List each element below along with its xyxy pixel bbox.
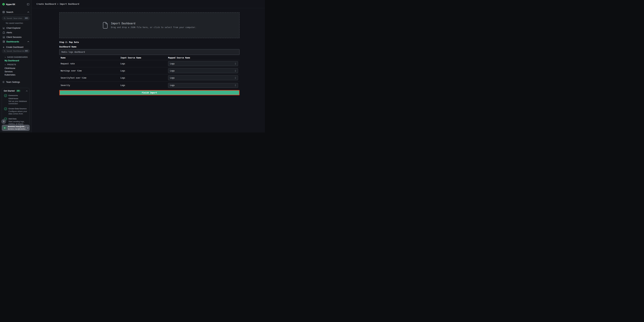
- sidebar-item-client-sessions[interactable]: Client Sessions: [0, 35, 32, 39]
- table-header-row: Name Input Source Name Mapped Source Nam…: [59, 56, 240, 60]
- hyperdx-logo-icon: [2, 3, 5, 6]
- search-icon: [4, 50, 6, 52]
- chevron-right-icon: [27, 127, 28, 129]
- sidebar-item-dashboards[interactable]: Dashboards: [0, 39, 32, 44]
- dashboard-name-input[interactable]: [59, 49, 240, 55]
- team-settings-label: Team Settings: [6, 81, 20, 83]
- table-row: Severity Logs Logs: [59, 82, 240, 89]
- no-saved-searches-text: No saved searches: [6, 22, 23, 24]
- chevron-down-icon: [4, 57, 6, 58]
- breadcrumb-separator: >: [56, 3, 60, 5]
- search-section-label: Search: [6, 11, 27, 13]
- select-chevrons-icon: [235, 70, 236, 72]
- step-title: Create Data Sources: [8, 108, 26, 110]
- input-source-cell: Logs: [120, 62, 168, 65]
- saved-searches-input-wrap: ⌘K: [2, 16, 30, 20]
- chevron-up-icon: [27, 12, 29, 13]
- sidebar-item-services[interactable]: Services: [4, 70, 13, 73]
- dashboard-name-label: Dashboard Name: [59, 46, 76, 48]
- sidebar-item-chart-explorer[interactable]: Chart Explorer: [0, 26, 32, 30]
- page-header: Create Dashboard>Import Dashboard: [32, 0, 265, 8]
- select-chevrons-icon: [235, 62, 236, 65]
- import-dropzone[interactable]: Import Dashboard Drag and drop a JSON fi…: [59, 12, 240, 38]
- sidebar-item-team-settings[interactable]: Team Settings: [0, 80, 32, 84]
- laptop-icon: [2, 36, 5, 38]
- create-dashboard-button[interactable]: Create Dashboard: [0, 45, 32, 49]
- get-started-step-add-data[interactable]: Add Data Start sending logs, metrics, or…: [4, 117, 28, 125]
- mapped-source-select[interactable]: Logs: [168, 75, 238, 80]
- selected-value: Logs: [170, 62, 235, 65]
- app-title: HyperDX: [6, 3, 27, 6]
- finish-import-button[interactable]: Finish Import: [59, 90, 240, 95]
- dropzone-title: Import Dashboard: [111, 22, 196, 25]
- sidebar: HyperDX Search ⌘: [0, 0, 32, 132]
- create-dashboard-label: Create Dashboard: [6, 46, 23, 48]
- logo-row: HyperDX: [0, 2, 32, 6]
- table-row: Request rate Logs Logs: [59, 60, 240, 67]
- get-started-title: Get Started: [4, 90, 15, 92]
- mapped-source-select[interactable]: Logs: [168, 68, 238, 73]
- shortcut-badge: ⌘K: [24, 17, 29, 20]
- saved-dashboards-section-toggle[interactable]: SAVED DASHBOARDS: [4, 56, 28, 58]
- chart-name-cell: Request rate: [59, 62, 120, 65]
- mapping-table: Name Input Source Name Mapped Source Nam…: [59, 56, 240, 89]
- user-menu[interactable]: D dominic.tran@clic... dominic.tran@clic…: [2, 125, 30, 131]
- saved-dashboards-input-wrap: ⌘K: [2, 49, 30, 53]
- column-header-input-source: Input Source Name: [120, 56, 168, 59]
- chevron-up-icon: [26, 90, 28, 92]
- saved-searches-input[interactable]: [6, 17, 24, 20]
- sidebar-item-kubernetes[interactable]: Kubernetes: [4, 74, 15, 76]
- breadcrumb-current: Import Dashboard: [60, 3, 79, 5]
- input-source-cell: Logs: [120, 84, 168, 86]
- sidebar-item-label: Client Sessions: [6, 36, 29, 38]
- file-icon: [102, 22, 108, 29]
- presets-section-toggle[interactable]: PRESETS: [4, 64, 16, 66]
- step-heading: Step 2: Map Data: [59, 41, 79, 44]
- chart-name-cell: SeverityText over time: [59, 77, 120, 79]
- mapped-source-select[interactable]: Logs: [168, 61, 238, 66]
- sidebar-item-my-dashboard[interactable]: My Dashboard: [4, 60, 19, 62]
- mapped-source-select[interactable]: Logs: [168, 83, 238, 88]
- selected-value: Logs: [170, 84, 235, 86]
- search-icon: [4, 18, 6, 19]
- bell-icon: [2, 31, 5, 34]
- saved-dashboards-section-label: SAVED DASHBOARDS: [7, 56, 28, 58]
- input-source-cell: Logs: [120, 70, 168, 72]
- sidebar-item-label: Dashboards: [6, 40, 27, 43]
- check-circle-icon: [4, 94, 7, 105]
- hyperdx-app: HyperDX Search ⌘: [0, 0, 265, 132]
- get-started-progress-badge: 3/3: [16, 90, 20, 92]
- sidebar-item-label: Alerts: [6, 31, 29, 34]
- sidebar-item-alerts[interactable]: Alerts: [0, 30, 32, 35]
- search-section-header[interactable]: Search: [0, 10, 32, 14]
- chevron-up-icon: [27, 41, 29, 42]
- dashboards-icon: [2, 40, 5, 43]
- table-row: SeverityText over time Logs Logs: [59, 74, 240, 82]
- user-name: dominic.tran@clic...: [8, 125, 27, 128]
- column-header-mapped-source: Mapped Source Name: [168, 56, 240, 59]
- gear-icon: [2, 81, 5, 83]
- step-title: Connect to ClickHouse: [8, 94, 18, 100]
- sidebar-item-label: Chart Explorer: [6, 27, 29, 29]
- sidebar-collapse-icon[interactable]: [27, 3, 30, 6]
- chart-icon: [2, 27, 5, 29]
- chart-name-cell: Warnings over time: [59, 70, 120, 72]
- sidebar-item-clickhouse[interactable]: ClickHouse: [4, 67, 15, 70]
- presets-section-label: PRESETS: [7, 64, 16, 66]
- get-started-step-sources[interactable]: Create Data Sources Configure where your…: [4, 107, 28, 115]
- select-chevrons-icon: [235, 84, 236, 86]
- user-email: dominic.tran@clickho...: [8, 128, 27, 130]
- selected-value: Logs: [170, 70, 235, 72]
- step-description: Configure where your data comes from: [8, 110, 27, 115]
- input-source-cell: Logs: [120, 77, 168, 79]
- plus-icon: [3, 46, 4, 48]
- help-button[interactable]: ?: [1, 119, 6, 124]
- breadcrumb: Create Dashboard>Import Dashboard: [36, 3, 79, 5]
- breadcrumb-parent[interactable]: Create Dashboard: [36, 3, 56, 5]
- avatar: D: [3, 126, 6, 130]
- get-started-step-connect[interactable]: Connect to ClickHouse Set up your databa…: [4, 94, 28, 105]
- step-title: Add Data: [8, 118, 16, 120]
- get-started-header[interactable]: Get Started 3/3: [4, 90, 28, 92]
- saved-dashboards-input[interactable]: [6, 50, 24, 52]
- check-circle-icon: [4, 107, 7, 115]
